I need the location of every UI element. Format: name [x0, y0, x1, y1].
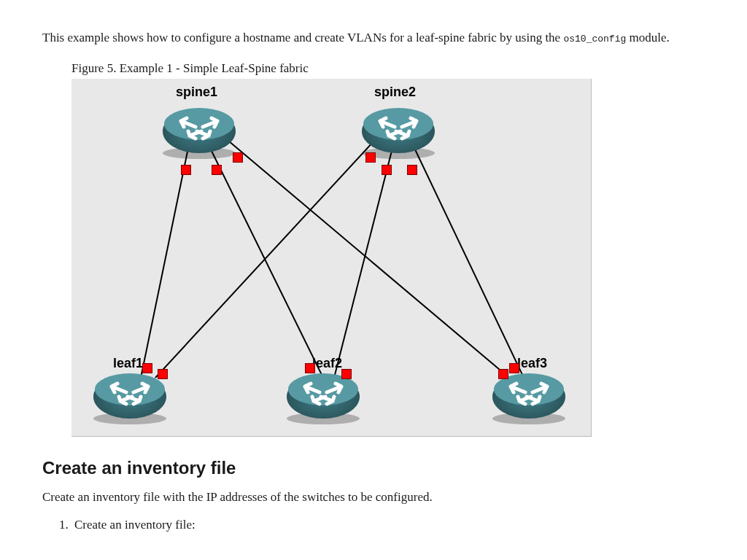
port-marker-icon	[407, 165, 417, 175]
port-marker-icon	[498, 369, 508, 379]
port-marker-icon	[365, 152, 376, 163]
router-spine1	[163, 108, 236, 159]
inline-code-os10: os10_config	[563, 34, 626, 44]
section-lead: Create an inventory file with the IP add…	[42, 489, 705, 506]
link-group	[141, 141, 524, 378]
router-leaf3	[492, 373, 565, 424]
router-leaf1	[93, 373, 166, 424]
port-marker-icon	[341, 369, 352, 379]
figure-caption: Figure 5. Example 1 - Simple Leaf-Spine …	[71, 60, 705, 77]
intro-paragraph: This example shows how to configure a ho…	[42, 29, 705, 47]
topology-svg	[71, 79, 591, 436]
port-marker-icon	[181, 165, 191, 175]
topology-diagram: spine1 spine2 leaf1 leaf2 leaf3	[71, 79, 592, 437]
svg-point-7	[363, 108, 433, 140]
router-leaf2	[287, 373, 360, 424]
link-spine1-leaf1	[141, 148, 188, 378]
step-list: Create an inventory file:	[57, 516, 705, 534]
label-leaf1: leaf1	[113, 354, 143, 373]
port-marker-icon	[158, 369, 168, 379]
link-spine2-leaf1	[155, 141, 374, 378]
section-heading: Create an inventory file	[42, 456, 705, 481]
router-spine2	[362, 108, 435, 159]
label-spine2: spine2	[374, 83, 416, 101]
label-leaf3: leaf3	[517, 354, 547, 373]
link-spine1-leaf2	[210, 148, 323, 378]
port-marker-icon	[212, 165, 222, 175]
port-marker-icon	[142, 363, 152, 373]
port-marker-icon	[233, 152, 243, 163]
svg-point-11	[95, 373, 165, 405]
link-spine2-leaf2	[334, 148, 392, 378]
step-item: Create an inventory file:	[71, 516, 705, 534]
port-marker-icon	[382, 165, 392, 175]
intro-tail: module.	[626, 31, 670, 44]
port-marker-icon	[509, 363, 519, 373]
svg-point-3	[164, 108, 234, 140]
intro-text: This example shows how to configure a ho…	[42, 31, 563, 44]
port-marker-icon	[305, 363, 315, 373]
label-leaf2: leaf2	[312, 354, 342, 373]
label-spine1: spine1	[176, 83, 217, 101]
